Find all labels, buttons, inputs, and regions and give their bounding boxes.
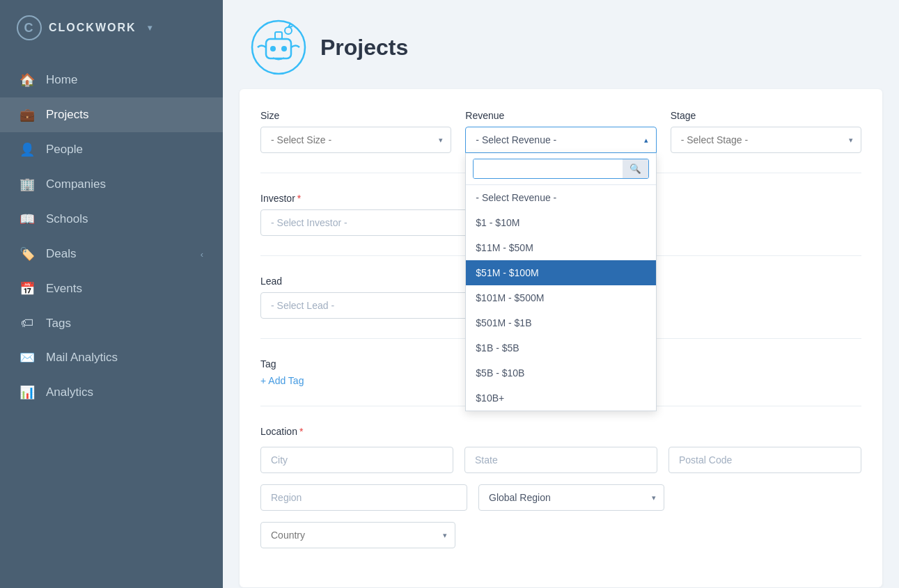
people-icon: 👤 [19, 142, 35, 157]
sidebar-item-label-people: People [46, 143, 83, 157]
revenue-option-default[interactable]: - Select Revenue - [466, 185, 655, 210]
sidebar-item-analytics[interactable]: 📊 Analytics [0, 375, 223, 410]
sidebar-logo-text: CLOCKWORK [49, 22, 136, 34]
sidebar-item-label-home: Home [46, 73, 77, 87]
investor-required-star: * [297, 193, 301, 204]
sidebar-item-mail-analytics[interactable]: ✉️ Mail Analytics [0, 340, 223, 375]
size-label: Size [260, 110, 451, 121]
form-card: Size ▾ Revenue ▴ [240, 89, 882, 587]
svg-point-6 [285, 27, 292, 34]
deals-icon: 🏷️ [19, 246, 35, 262]
revenue-option-5b-10b[interactable]: $5B - $10B [466, 360, 655, 386]
size-select-wrapper: ▾ [260, 127, 451, 153]
svg-rect-4 [275, 32, 282, 39]
country-wrapper: ▾ [260, 522, 455, 548]
state-input[interactable] [464, 447, 657, 473]
stage-select[interactable] [671, 127, 861, 153]
schools-icon: 📖 [19, 212, 35, 227]
revenue-option-101-500m[interactable]: $101M - $500M [466, 285, 655, 310]
stage-label: Stage [671, 110, 861, 121]
sidebar-item-label-companies: Companies [46, 177, 106, 191]
deals-chevron-icon: ‹ [201, 249, 203, 260]
svg-rect-1 [266, 39, 291, 58]
dropdown-search-inner: 🔍 [473, 159, 648, 179]
filter-row-1: Size ▾ Revenue ▴ [260, 110, 861, 153]
sidebar-item-projects[interactable]: 💼 Projects [0, 97, 223, 132]
mail-analytics-icon: ✉️ [19, 350, 35, 365]
companies-icon: 🏢 [19, 177, 35, 192]
sidebar-item-schools[interactable]: 📖 Schools [0, 202, 223, 237]
location-row-2: ▾ [260, 484, 861, 511]
search-icon: 🔍 [630, 164, 641, 174]
revenue-select-wrapper: ▴ [465, 127, 656, 153]
global-region-select[interactable] [478, 484, 664, 511]
size-field: Size ▾ [260, 110, 451, 153]
tags-icon: 🏷 [19, 316, 35, 331]
sidebar-item-label-mail-analytics: Mail Analytics [46, 351, 118, 365]
location-label: Location* [260, 426, 861, 437]
svg-point-2 [270, 46, 276, 51]
location-spacer [675, 484, 861, 511]
lead-input[interactable] [260, 292, 469, 319]
projects-header-icon [251, 19, 306, 75]
sidebar-deals-left: 🏷️ Deals [19, 246, 76, 262]
revenue-option-501m-1b[interactable]: $501M - $1B [466, 310, 655, 335]
sidebar-item-events[interactable]: 📅 Events [0, 271, 223, 306]
city-input[interactable] [260, 447, 453, 473]
projects-icon: 💼 [19, 107, 35, 122]
location-required-star: * [299, 426, 303, 437]
revenue-option-1b-5b[interactable]: $1B - $5B [466, 335, 655, 360]
revenue-option-10b-plus[interactable]: $10B+ [466, 386, 655, 411]
events-icon: 📅 [19, 281, 35, 296]
location-row-1 [260, 447, 861, 473]
lead-label: Lead [260, 276, 469, 287]
revenue-option-11-50m[interactable]: $11M - $50M [466, 235, 655, 260]
sidebar-nav: 🏠 Home 💼 Projects 👤 People 🏢 Companies 📖… [0, 56, 223, 588]
sidebar-item-label-tags: Tags [46, 317, 71, 331]
revenue-field: Revenue ▴ 🔍 - Select Re [465, 110, 656, 153]
stage-select-wrapper: ▾ [671, 127, 861, 153]
svg-point-3 [281, 46, 287, 51]
stage-field: Stage ▾ [671, 110, 861, 153]
sidebar-item-companies[interactable]: 🏢 Companies [0, 167, 223, 202]
revenue-search-button[interactable]: 🔍 [623, 159, 648, 178]
revenue-option-51-100m[interactable]: $51M - $100M [466, 260, 655, 285]
country-select[interactable] [260, 522, 455, 548]
size-select[interactable] [260, 127, 451, 153]
region-input[interactable] [260, 484, 467, 511]
sidebar-item-label-deals: Deals [46, 247, 76, 261]
svg-point-0 [252, 21, 305, 74]
page-title: Projects [320, 35, 408, 61]
investor-label: Investor* [260, 193, 469, 204]
revenue-search-input[interactable] [474, 159, 622, 178]
home-icon: 🏠 [19, 72, 35, 88]
sidebar-item-deals[interactable]: 🏷️ Deals ‹ [0, 237, 223, 271]
sidebar-item-label-analytics: Analytics [46, 386, 93, 399]
sidebar-item-home[interactable]: 🏠 Home [0, 63, 223, 97]
sidebar-item-label-projects: Projects [46, 108, 88, 122]
revenue-label: Revenue [465, 110, 656, 121]
logo-chevron-icon[interactable]: ▾ [148, 23, 153, 33]
main-content: Projects Size ▾ Revenue ▴ [223, 0, 899, 588]
investor-field: Investor* [260, 193, 469, 236]
analytics-icon: 📊 [19, 385, 35, 400]
clockwork-logo-icon: C [17, 15, 42, 40]
postal-code-input[interactable] [669, 447, 861, 473]
sidebar-item-label-events: Events [46, 282, 82, 296]
lead-field: Lead [260, 276, 469, 319]
sidebar-item-people[interactable]: 👤 People [0, 132, 223, 167]
revenue-dropdown-menu: 🔍 - Select Revenue - $1 - $10M $11M - $5… [465, 153, 656, 411]
logo-letter: C [24, 21, 35, 35]
sidebar-item-tags[interactable]: 🏷 Tags [0, 306, 223, 340]
location-section: Location* ▾ ▾ [260, 426, 861, 548]
dropdown-search-container: 🔍 [466, 153, 655, 185]
global-region-wrapper: ▾ [478, 484, 664, 511]
location-row-3: ▾ [260, 522, 861, 548]
sidebar-logo[interactable]: C CLOCKWORK ▾ [0, 0, 223, 56]
revenue-select[interactable] [465, 127, 656, 153]
investor-input[interactable] [260, 209, 469, 236]
sidebar: C CLOCKWORK ▾ 🏠 Home 💼 Projects 👤 People… [0, 0, 223, 588]
sidebar-item-label-schools: Schools [46, 212, 88, 226]
revenue-option-1-10m[interactable]: $1 - $10M [466, 210, 655, 235]
page-header: Projects [223, 0, 899, 89]
